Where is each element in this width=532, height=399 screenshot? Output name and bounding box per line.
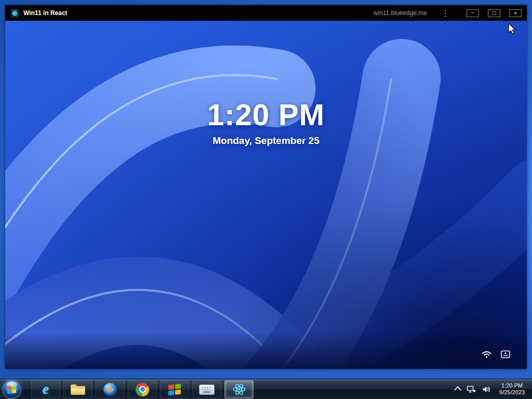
tray-clock[interactable]: 1:20 PM 9/25/2023 xyxy=(496,382,528,396)
pinned-apps: e xyxy=(31,379,254,399)
app-favicon-react-icon xyxy=(10,9,19,18)
maximize-button[interactable]: □ xyxy=(488,9,500,17)
lock-date: Monday, September 25 xyxy=(5,135,527,147)
media-player-icon[interactable] xyxy=(96,380,125,398)
internet-explorer-icon[interactable]: e xyxy=(31,380,60,398)
system-tray: 1:20 PM 9/25/2023 xyxy=(454,379,532,399)
network-icon[interactable] xyxy=(466,384,477,394)
windows-flag-icon[interactable] xyxy=(160,380,189,398)
bloom-wallpaper xyxy=(5,21,527,369)
menu-kebab-icon[interactable]: ⋮ xyxy=(438,9,453,17)
window-url: win11.blueedge.me xyxy=(374,9,427,17)
lock-clock: 1:20 PM Monday, September 25 xyxy=(5,100,527,147)
taskbar: e 1:20 PM xyxy=(0,379,532,399)
react-app-icon[interactable] xyxy=(224,380,254,398)
windows-orb-icon xyxy=(3,380,21,398)
tray-expand-chevron-icon[interactable] xyxy=(454,385,461,393)
wifi-icon[interactable] xyxy=(482,351,491,358)
window-title: Win11 in React xyxy=(23,9,68,17)
keyboard-app-icon[interactable] xyxy=(192,380,221,398)
ease-of-access-icon[interactable] xyxy=(501,350,510,358)
file-explorer-icon[interactable] xyxy=(63,380,92,398)
volume-icon[interactable] xyxy=(481,384,492,394)
win11-lock-screen[interactable]: 1:20 PM Monday, September 25 xyxy=(5,21,527,369)
close-button[interactable]: × xyxy=(509,9,522,17)
minimize-button[interactable]: ─ xyxy=(467,9,479,17)
lock-status-icons xyxy=(482,350,510,358)
tray-time: 1:20 PM xyxy=(499,382,525,389)
app-window: Win11 in React win11.blueedge.me ⋮ ─ □ × xyxy=(5,5,527,369)
start-button[interactable] xyxy=(0,379,23,399)
chrome-icon[interactable] xyxy=(128,380,157,398)
tray-date: 9/25/2023 xyxy=(499,389,525,396)
lock-time: 1:20 PM xyxy=(5,100,527,130)
window-titlebar[interactable]: Win11 in React win11.blueedge.me ⋮ ─ □ × xyxy=(5,5,527,21)
desktop[interactable]: { "window": { "title": "Win11 in React",… xyxy=(0,0,532,399)
